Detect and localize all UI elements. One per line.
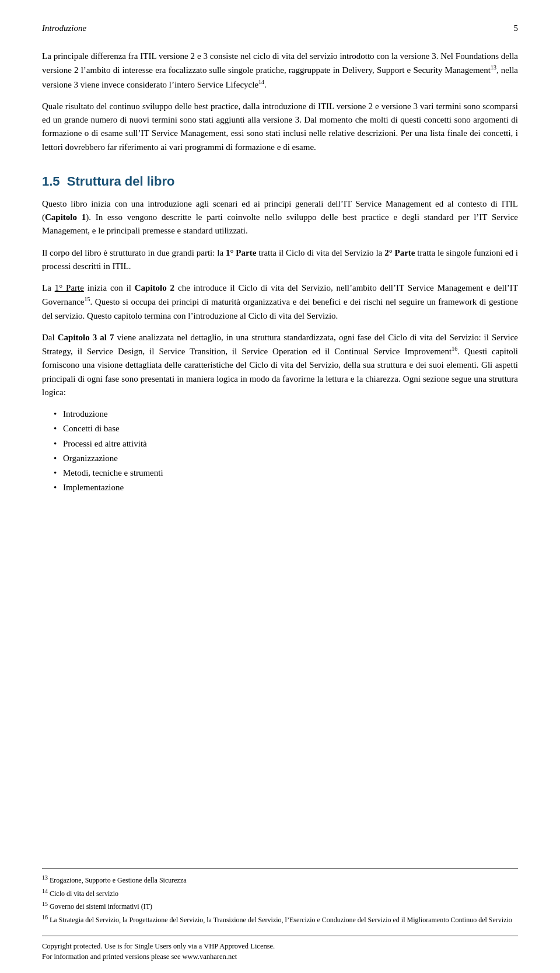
page: Introduzione 5 La principale differenza …: [0, 0, 560, 973]
section-paragraph-2: Il corpo del libro è strutturato in due …: [42, 246, 518, 274]
footnote-14: 14 Ciclo di vita del servizio: [42, 887, 518, 899]
paragraph-2: Quale risultato del continuo sviluppo de…: [42, 100, 518, 154]
list-item-introduzione: Introduzione: [54, 407, 518, 421]
footnote-15: 15 Governo dei sistemi informativi (IT): [42, 900, 518, 912]
header-title: Introduzione: [42, 23, 86, 33]
bullet-list: Introduzione Concetti di base Processi e…: [54, 407, 518, 495]
copyright-line-1: Copyright protected. Use is for Single U…: [42, 941, 518, 952]
list-item-metodi: Metodi, tecniche e strumenti: [54, 466, 518, 480]
list-item-organizzazione: Organizzazione: [54, 452, 518, 465]
section-1-5: 1.5 Struttura del libro Questo libro ini…: [42, 172, 518, 495]
bold-parte1: 1° Parte: [226, 248, 256, 257]
footnote-16: 16 La Strategia del Servizio, la Progett…: [42, 913, 518, 925]
bold-capitolo1: Capitolo 1: [45, 212, 86, 222]
footnotes-divider: [42, 869, 518, 869]
paragraph-1: La principale differenza fra ITIL versio…: [42, 50, 518, 92]
list-item-concetti: Concetti di base: [54, 422, 518, 435]
list-item-implementazione: Implementazione: [54, 481, 518, 494]
bold-cap3al7: Capitolo 3 al 7: [58, 333, 114, 342]
copyright-line-2: For information and printed versions ple…: [42, 951, 518, 962]
header-page-number: 5: [514, 23, 519, 33]
list-item-processi: Processi ed altre attività: [54, 437, 518, 451]
footnote-13: 13 Erogazione, Supporto e Gestione della…: [42, 874, 518, 885]
footnotes-section: 13 Erogazione, Supporto e Gestione della…: [42, 869, 518, 926]
copyright-section: Copyright protected. Use is for Single U…: [42, 936, 518, 963]
main-content: La principale differenza fra ITIL versio…: [42, 50, 518, 495]
bold-parte2: 2° Parte: [384, 248, 415, 257]
section-paragraph-3: La 1° Parte inizia con il Capitolo 2 che…: [42, 281, 518, 323]
section-heading-1-5: 1.5 Struttura del libro: [42, 172, 518, 191]
section-number: 1.5: [42, 174, 60, 189]
section-title: Struttura del libro: [67, 174, 175, 189]
bold-capitolo2: Capitolo 2: [135, 283, 174, 292]
section-paragraph-4: Dal Capitolo 3 al 7 viene analizzata nel…: [42, 331, 518, 399]
underline-parte1: 1° Parte: [55, 283, 84, 292]
page-header: Introduzione 5: [42, 23, 518, 33]
section-paragraph-1: Questo libro inizia con una introduzione…: [42, 197, 518, 238]
